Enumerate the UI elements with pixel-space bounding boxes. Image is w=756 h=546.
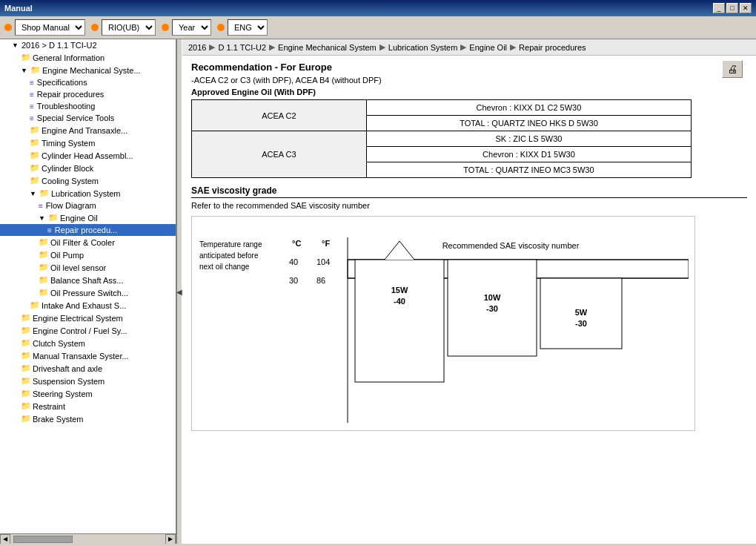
doc-icon: ≡	[30, 91, 34, 99]
sidebar-item-engine-mechanical[interactable]: ▼ 📁 Engine Mechanical Syste...	[0, 64, 176, 76]
sidebar-item-cylinder-head[interactable]: 📁 Cylinder Head Assembl...	[0, 149, 176, 162]
breadcrumb-item-oil[interactable]: Engine Oil	[469, 43, 507, 52]
sidebar-item-restraint[interactable]: 📁 Restraint	[0, 400, 176, 412]
viscosity-note: Refer to the recommended SAE viscosity n…	[191, 201, 747, 210]
breadcrumb-sep: ▶	[209, 42, 215, 52]
sidebar-item-driveshaft[interactable]: 📁 Driveshaft and axle	[0, 362, 176, 375]
eng-select[interactable]: ENG	[228, 19, 268, 36]
sidebar-item-timing-system[interactable]: 📁 Timing System	[0, 136, 176, 149]
shop-manual-select[interactable]: Shop Manual	[15, 19, 85, 36]
sidebar-label: Flow Diagram	[46, 201, 96, 210]
sidebar-label: Oil Filter & Cooler	[50, 238, 115, 247]
sidebar-label: Manual Transaxle Syster...	[33, 352, 129, 361]
doc-icon: ≡	[30, 102, 34, 111]
oil-cell: SK : ZIC LS 5W30	[366, 131, 691, 147]
content-title: Recommendation - For Europe	[191, 62, 747, 73]
sidebar-label: Cylinder Head Assembl...	[42, 151, 133, 160]
root-label: 2016 > D 1.1 TCI-U2	[21, 41, 97, 50]
folder-icon: 📁	[21, 401, 31, 411]
doc-icon: ≡	[30, 79, 34, 87]
sidebar-item-oil-level[interactable]: 📁 Oil level sensor	[0, 261, 176, 274]
sidebar-splitter[interactable]: ◀	[176, 39, 182, 544]
expand-icon: ▼	[12, 42, 19, 49]
sidebar-label: General Information	[33, 53, 105, 62]
dot-icon-1	[4, 24, 12, 31]
breadcrumb-item-year[interactable]: 2016	[188, 43, 206, 52]
sidebar-item-suspension[interactable]: 📁 Suspension System	[0, 375, 176, 387]
sidebar-item-intake-exhaust[interactable]: 📁 Intake And Exhaust S...	[0, 299, 176, 312]
content-scroll[interactable]: 🖨 Recommendation - For Europe -ACEA C2 o…	[182, 56, 756, 544]
sidebar-item-oil-filter[interactable]: 📁 Oil Filter & Cooler	[0, 236, 176, 249]
sidebar-item-specifications[interactable]: ≡ Specifications	[0, 76, 176, 88]
sidebar-item-flow-diagram[interactable]: ≡ Flow Diagram	[0, 200, 176, 211]
folder-icon: 📁	[21, 389, 31, 398]
sidebar-item-brake[interactable]: 📁 Brake System	[0, 412, 176, 425]
sidebar-item-steering[interactable]: 📁 Steering System	[0, 387, 176, 400]
sidebar-item-engine-transaxle[interactable]: 📁 Engine And Transaxle...	[0, 124, 176, 136]
folder-icon: 📁	[21, 376, 31, 386]
main-container: ▼ 2016 > D 1.1 TCI-U2 📁 General Informat…	[0, 39, 756, 544]
breadcrumb-item-repair[interactable]: Repair procedures	[519, 43, 586, 52]
sidebar: ▼ 2016 > D 1.1 TCI-U2 📁 General Informat…	[0, 39, 176, 544]
breadcrumb-item-model[interactable]: D 1.1 TCI-U2	[218, 43, 266, 52]
sidebar-root[interactable]: ▼ 2016 > D 1.1 TCI-U2	[0, 39, 176, 51]
svg-text:-30: -30	[575, 319, 587, 328]
folder-icon: 📁	[30, 138, 40, 148]
sidebar-item-troubleshooting[interactable]: ≡ Troubleshooting	[0, 100, 176, 112]
sidebar-label: Restraint	[33, 402, 65, 411]
sidebar-h-scrollbar[interactable]: ◀ ▶	[0, 533, 176, 544]
breadcrumb-item-lub[interactable]: Lubrication System	[388, 43, 458, 52]
sidebar-item-lubrication-system[interactable]: ▼ 📁 Lubrication System	[0, 187, 176, 200]
breadcrumb-item-system[interactable]: Engine Mechanical System	[278, 43, 377, 52]
printer-icon: 🖨	[727, 63, 737, 75]
toolbar: Shop Manual RIO(UB) Year ENG	[0, 16, 756, 39]
sidebar-label: Engine And Transaxle...	[42, 126, 127, 135]
window-controls: _ □ ✕	[713, 3, 752, 13]
sidebar-label: Oil Pressure Switch...	[50, 289, 128, 297]
chart-left-label: Temperature rangeanticipated beforenext …	[199, 239, 288, 272]
sidebar-label: Engine Control / Fuel Sy...	[33, 326, 127, 335]
sidebar-label: Engine Oil	[60, 214, 98, 223]
sidebar-item-oil-pump[interactable]: 📁 Oil Pump	[0, 249, 176, 261]
toolbar-item-1: Shop Manual	[4, 19, 85, 36]
sidebar-item-engine-electrical[interactable]: 📁 Engine Electrical System	[0, 312, 176, 324]
sidebar-label: Specifications	[37, 78, 87, 87]
folder-icon: 📁	[30, 65, 41, 75]
close-button[interactable]: ✕	[740, 3, 752, 13]
rio-select[interactable]: RIO(UB)	[102, 19, 156, 36]
folder-icon: 📁	[21, 53, 31, 62]
year-select[interactable]: Year	[172, 19, 211, 36]
folder-icon: 📁	[30, 176, 40, 185]
toolbar-item-4: ENG	[217, 19, 268, 36]
folder-icon: 📁	[39, 237, 49, 247]
sidebar-item-cylinder-block[interactable]: 📁 Cylinder Block	[0, 162, 176, 174]
sidebar-item-special-service-tools[interactable]: ≡ Special Service Tools	[0, 112, 176, 124]
sidebar-item-repair-procedures[interactable]: ≡ Repair procedures	[0, 88, 176, 100]
sidebar-label: Lubrication System	[51, 189, 121, 198]
sidebar-item-clutch[interactable]: 📁 Clutch System	[0, 337, 176, 349]
sidebar-item-cooling-system[interactable]: 📁 Cooling System	[0, 174, 176, 187]
breadcrumb-sep: ▶	[269, 42, 275, 52]
maximize-button[interactable]: □	[726, 3, 738, 13]
print-button[interactable]: 🖨	[722, 60, 743, 78]
sidebar-item-engine-oil[interactable]: ▼ 📁 Engine Oil	[0, 211, 176, 224]
sidebar-item-oil-pressure[interactable]: 📁 Oil Pressure Switch...	[0, 286, 176, 299]
h-scrollbar-thumb[interactable]	[13, 536, 73, 543]
breadcrumb: 2016 ▶ D 1.1 TCI-U2 ▶ Engine Mechanical …	[182, 39, 756, 56]
folder-icon: 📁	[21, 326, 31, 335]
toolbar-item-2: RIO(UB)	[91, 19, 156, 36]
minimize-button[interactable]: _	[713, 3, 725, 13]
sidebar-item-engine-control[interactable]: 📁 Engine Control / Fuel Sy...	[0, 324, 176, 337]
chart-container: Temperature rangeanticipated beforenext …	[191, 216, 695, 431]
content-subtitle: -ACEA C2 or C3 (with DPF), ACEA B4 (with…	[191, 76, 747, 85]
viscosity-section: SAE viscosity grade Refer to the recomme…	[191, 185, 747, 431]
expand-icon: ▼	[21, 67, 27, 74]
sidebar-item-repair-procedures-active[interactable]: ≡ Repair procedu...	[0, 224, 176, 236]
sidebar-scroll[interactable]: ▼ 2016 > D 1.1 TCI-U2 📁 General Informat…	[0, 39, 176, 533]
scroll-left-btn[interactable]: ◀	[0, 534, 10, 545]
sidebar-item-manual-transaxle[interactable]: 📁 Manual Transaxle Syster...	[0, 349, 176, 362]
sidebar-item-general-information[interactable]: 📁 General Information	[0, 51, 176, 64]
scroll-right-btn[interactable]: ▶	[165, 534, 176, 545]
sidebar-item-balance-shaft[interactable]: 📁 Balance Shaft Ass...	[0, 274, 176, 286]
dot-icon-2	[91, 24, 99, 31]
